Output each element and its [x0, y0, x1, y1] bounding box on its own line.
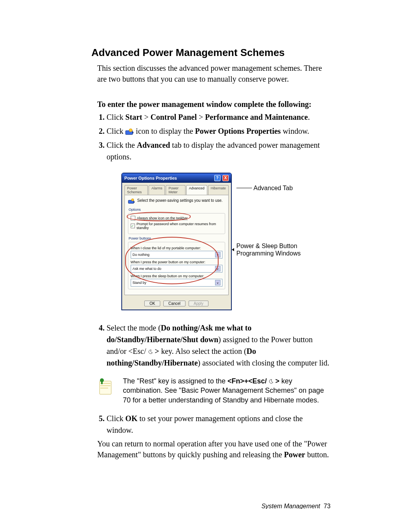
tab-power-schemes[interactable]: Power Schemes — [124, 185, 148, 195]
power-buttons-group-label: Power buttons — [129, 236, 225, 240]
options-group-label: Options — [129, 208, 225, 212]
moon-icon — [148, 347, 153, 355]
taskbar-icon-checkbox[interactable] — [131, 216, 135, 220]
ok-button[interactable]: OK — [144, 301, 160, 306]
tab-power-meter[interactable]: Power Meter — [166, 185, 185, 195]
procedure-list-continued-2: Click OK to set your power management op… — [97, 413, 331, 436]
svg-point-5 — [131, 199, 134, 201]
close-lid-label: When I close the lid of my portable comp… — [131, 246, 222, 250]
svg-rect-4 — [134, 201, 135, 203]
password-resume-checkbox[interactable]: ✓ — [131, 224, 135, 228]
page-title: Advanced Power Management Schemes — [91, 47, 331, 59]
options-fieldset: Always show icon on the taskbar ✓ Prompt… — [128, 213, 225, 234]
dialog-titlebar: Power Options Properties ? X — [122, 173, 231, 183]
dialog-button-row: OK Cancel Apply — [122, 297, 231, 310]
step-2: Click icon to display the Power Options … — [107, 125, 331, 137]
page-footer: System Management 73 — [91, 503, 331, 509]
procedure-heading: To enter the power management window com… — [97, 100, 331, 109]
sleep-button-dropdown[interactable]: Stand byv — [131, 279, 222, 287]
tab-content-advanced: Select the power-saving settings you wan… — [124, 195, 229, 295]
close-button[interactable]: X — [222, 175, 229, 181]
step-5: Click OK to set your power management op… — [107, 413, 331, 436]
callout-power-sleep-1: Power & Sleep Button — [236, 242, 301, 250]
svg-point-2 — [129, 129, 132, 132]
sleep-button-label: When I press the sleep button on my comp… — [131, 274, 222, 278]
close-lid-dropdown[interactable]: Do nothingv — [131, 251, 222, 259]
apply-button[interactable]: Apply — [189, 301, 208, 306]
tab-advanced[interactable]: Advanced — [186, 185, 207, 195]
step-4: Select the mode (Do nothing/Ask me what … — [107, 322, 331, 369]
power-options-icon — [125, 128, 134, 135]
note-block: The "Rest" key is assigned to the <Fn>+<… — [97, 376, 331, 405]
closing-paragraph: You can return to normal operation after… — [97, 438, 331, 460]
pane-description: Select the power-saving settings you wan… — [137, 198, 223, 203]
dialog-title: Power Options Properties — [124, 176, 177, 180]
svg-rect-1 — [133, 132, 133, 133]
power-button-label: When I press the power button on my comp… — [131, 260, 222, 264]
callout-power-sleep-2: Programming Windows — [236, 250, 301, 257]
svg-rect-8 — [101, 381, 103, 384]
power-button-dropdown[interactable]: Ask me what to dov — [131, 265, 222, 273]
callout-annotations: Advanced Tab Power & Sleep Button Progra… — [236, 173, 301, 257]
cancel-button[interactable]: Cancel — [163, 301, 186, 306]
chevron-down-icon: v — [215, 280, 220, 285]
tab-alarms[interactable]: Alarms — [149, 185, 165, 195]
tab-strip: Power Schemes Alarms Power Meter Advance… — [122, 183, 231, 195]
moon-icon — [269, 377, 273, 385]
help-button[interactable]: ? — [214, 175, 220, 181]
screenshot-figure: Power Options Properties ? X Power Schem… — [91, 173, 331, 310]
intro-paragraph: This section discusses the advanced powe… — [97, 63, 331, 84]
power-options-dialog: Power Options Properties ? X Power Schem… — [121, 173, 232, 310]
procedure-list: Click Start > Control Panel > Performanc… — [97, 111, 331, 163]
chevron-down-icon: v — [215, 266, 220, 271]
step-1: Click Start > Control Panel > Performanc… — [107, 111, 331, 123]
chevron-down-icon: v — [215, 252, 220, 257]
battery-gauge-icon — [128, 198, 135, 205]
tab-hibernate[interactable]: Hibernate — [208, 185, 229, 195]
callout-advanced-tab: Advanced Tab — [254, 184, 293, 192]
procedure-list-continued: Select the mode (Do nothing/Ask me what … — [97, 322, 331, 369]
note-pin-icon — [97, 376, 114, 396]
note-text: The "Rest" key is assigned to the <Fn>+<… — [123, 376, 331, 405]
power-buttons-fieldset: When I close the lid of my portable comp… — [128, 242, 225, 289]
password-resume-label: Prompt for password when computer resume… — [136, 222, 222, 230]
step-3: Click the Advanced tab to display the ad… — [107, 139, 331, 163]
taskbar-icon-label: Always show icon on the taskbar — [137, 216, 188, 220]
